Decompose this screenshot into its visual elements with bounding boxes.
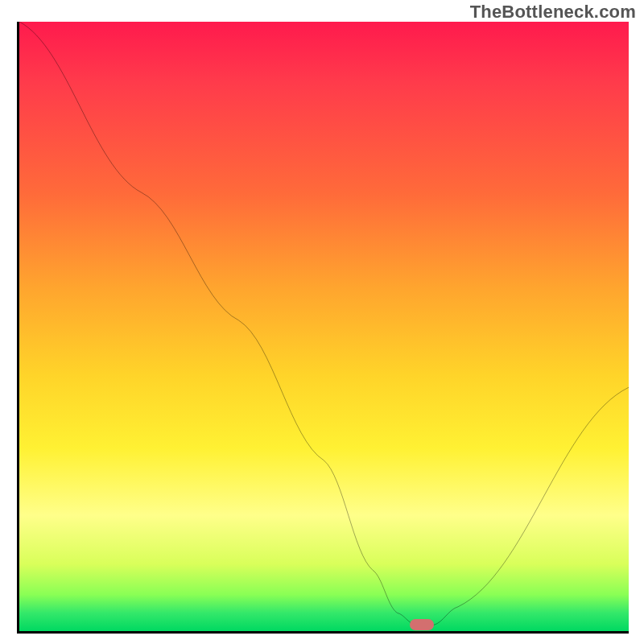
watermark-text: TheBottleneck.com [470,2,636,23]
bottleneck-chart: TheBottleneck.com [0,0,644,644]
bottleneck-curve [19,22,629,631]
optimal-marker [410,619,434,630]
plot-area [17,22,629,634]
